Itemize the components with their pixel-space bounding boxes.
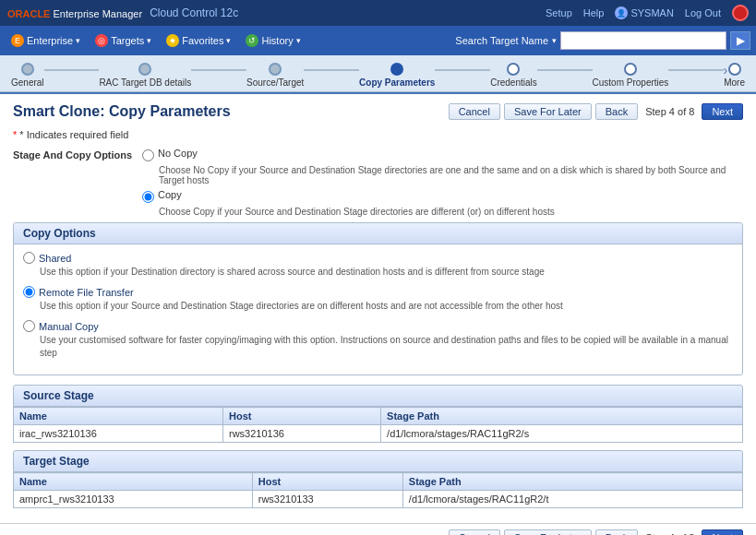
favorites-chevron: ▾ (226, 36, 231, 45)
enterprise-chevron: ▾ (76, 36, 80, 45)
wizard-step-source: Source/Target (246, 63, 304, 91)
required-note-text: * Indicates required field (19, 129, 128, 140)
connector-3 (304, 69, 359, 71)
manual-label[interactable]: Manual Copy (39, 321, 99, 332)
no-copy-option: No Copy (142, 148, 743, 161)
wizard-step-custom: Custom Properties (593, 63, 669, 91)
search-input[interactable] (560, 31, 726, 50)
cancel-button-top[interactable]: Cancel (449, 103, 500, 120)
shared-desc: Use this option if your Destination dire… (40, 266, 733, 279)
username-label: SYSMAN (630, 7, 673, 18)
copy-options-title: Copy Options (14, 223, 742, 244)
source-row-1: irac_rws3210136 rws3210136 /d1/lcmora/st… (14, 425, 743, 443)
asterisk: * (13, 129, 17, 140)
remote-option: Remote File Transfer Use this option if … (23, 286, 733, 313)
connector-1 (44, 69, 100, 71)
step-circle-custom (624, 63, 637, 76)
favorites-icon: ★ (166, 34, 179, 47)
source-stage-table: Name Host Stage Path irac_rws3210136 rws… (13, 407, 743, 443)
enterprise-menu[interactable]: E Enterprise ▾ (6, 30, 86, 51)
target-col-name: Name (14, 473, 253, 491)
next-button-top[interactable]: Next (702, 103, 743, 120)
wizard-step-general: General (11, 63, 44, 91)
shared-radio[interactable] (23, 252, 35, 264)
source-col-host: Host (223, 408, 381, 425)
remote-radio[interactable] (23, 286, 35, 298)
step-label-copy: Copy Parameters (359, 77, 435, 91)
remote-title: Remote File Transfer (23, 286, 733, 298)
logout-button[interactable]: Log Out (685, 7, 721, 18)
copy-desc: Choose Copy if your Source and Destinati… (159, 207, 743, 217)
cloud-title: Cloud Control 12c (150, 6, 238, 19)
copy-options-section: Copy Options Shared Use this option if y… (13, 222, 743, 375)
save-for-later-button-top[interactable]: Save For Later (504, 103, 592, 120)
copy-radio[interactable] (142, 191, 154, 203)
manual-desc: Use your customised software for faster … (40, 334, 733, 360)
remote-desc: Use this option if your Source and Desti… (40, 300, 733, 313)
no-copy-radio[interactable] (142, 149, 154, 161)
wizard-step-copy: Copy Parameters (359, 63, 435, 91)
help-menu[interactable]: Help (583, 7, 605, 18)
back-button-top[interactable]: Back (595, 103, 638, 120)
target-stage-title: Target Stage (13, 450, 743, 472)
step-label-rac: RAC Target DB details (99, 77, 191, 91)
enterprise-icon: E (11, 34, 24, 47)
page-footer: Cancel Save For Later Back Step 4 of 8 N… (0, 523, 756, 535)
footer-actions: Cancel Save For Later Back Step 4 of 8 N… (13, 529, 743, 535)
shared-label[interactable]: Shared (39, 253, 71, 264)
target-col-host: Host (252, 473, 402, 491)
no-copy-desc: Choose No Copy if your Source and Destin… (159, 165, 743, 185)
save-for-later-button-bottom[interactable]: Save For Later (504, 529, 592, 535)
cancel-button-bottom[interactable]: Cancel (449, 529, 500, 535)
search-area: Search Target Name ▾ ▶ (455, 31, 750, 50)
search-dropdown-arrow[interactable]: ▾ (552, 36, 557, 45)
step-indicator-top: Step 4 of 8 (645, 106, 694, 117)
action-bar-top: Cancel Save For Later Back Step 4 of 8 N… (449, 103, 743, 120)
copy-option: Copy (142, 189, 743, 203)
shared-option: Shared Use this option if your Destinati… (23, 252, 733, 279)
next-button-bottom[interactable]: Next (702, 529, 743, 535)
history-menu[interactable]: ↺ History ▾ (240, 30, 306, 51)
source-col-path: Stage Path (381, 408, 743, 425)
manual-radio[interactable] (23, 320, 35, 332)
oracle-logo: ORACLE Enterprise Manager (7, 6, 142, 20)
wizard-step-rac: RAC Target DB details (99, 63, 191, 91)
top-bar: ORACLE Enterprise Manager Cloud Control … (0, 0, 756, 26)
target-col-path: Stage Path (402, 473, 742, 491)
targets-menu[interactable]: ◎ Targets ▾ (90, 30, 157, 51)
target-stage-section: Target Stage Name Host Stage Path amprc1… (13, 450, 743, 508)
copy-label[interactable]: Copy (158, 189, 182, 200)
targets-label: Targets (111, 35, 144, 46)
shared-title: Shared (23, 252, 733, 264)
search-label: Search Target Name (455, 35, 548, 46)
user-icon: 👤 (615, 6, 628, 19)
back-button-bottom[interactable]: Back (595, 529, 638, 535)
target-row-1: amprc1_rws3210133 rws3210133 /d1/lcmora/… (14, 491, 743, 508)
stage-options-label: Stage And Copy Options (13, 148, 142, 160)
stage-copy-options-row: Stage And Copy Options No Copy Choose No… (13, 148, 743, 217)
favorites-menu[interactable]: ★ Favorites ▾ (161, 30, 236, 51)
source-host-1: rws3210136 (223, 425, 381, 443)
page-content: Smart Clone: Copy Parameters Cancel Save… (0, 92, 756, 523)
target-stage-table: Name Host Stage Path amprc1_rws3210133 r… (13, 472, 743, 508)
setup-menu[interactable]: Setup (546, 7, 572, 18)
nav-bar: E Enterprise ▾ ◎ Targets ▾ ★ Favorites ▾… (0, 26, 756, 55)
target-name-1: amprc1_rws3210133 (14, 491, 253, 508)
targets-icon: ◎ (95, 34, 108, 47)
search-button[interactable]: ▶ (730, 31, 750, 50)
remote-label[interactable]: Remote File Transfer (39, 287, 134, 298)
source-name-1: irac_rws3210136 (14, 425, 223, 443)
top-nav-right: Setup Help 👤 SYSMAN Log Out (546, 5, 749, 21)
user-menu[interactable]: 👤 SYSMAN (615, 6, 673, 19)
target-path-1: /d1/lcmora/stages/RAC11gR2/t (402, 491, 742, 508)
no-copy-label[interactable]: No Copy (158, 148, 198, 159)
step-circle-general (21, 63, 34, 76)
manual-title: Manual Copy (23, 320, 733, 332)
connector-5 (537, 69, 593, 71)
step-circle-more (728, 63, 741, 76)
target-host-1: rws3210133 (252, 491, 402, 508)
connector-2 (191, 69, 246, 71)
wizard-steps: General RAC Target DB details Source/Tar… (11, 63, 745, 91)
wizard-step-credentials: Credentials (490, 63, 537, 91)
targets-chevron: ▾ (147, 36, 151, 45)
